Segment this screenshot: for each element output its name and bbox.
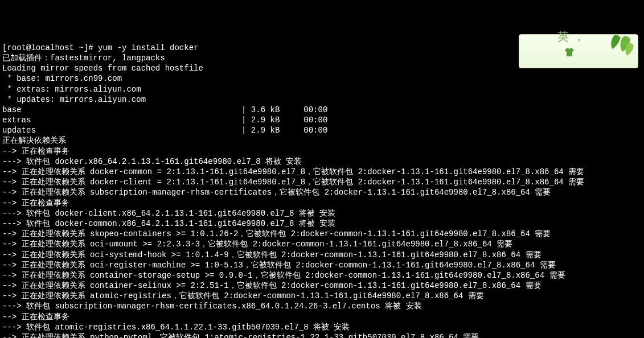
output-line: --> 正在处理依赖关系 oci-systemd-hook >= 1:0.1.4… — [2, 250, 542, 259]
leaf-decoration-icon — [606, 32, 635, 60]
command-text: yum -y install docker — [98, 43, 198, 52]
output-line: 已加载插件：fastestmirror, langpacks — [2, 53, 165, 63]
ime-language-label: 英， — [545, 14, 589, 88]
prompt-line: [root@localhost ~]# yum -y install docke… — [2, 43, 198, 52]
output-line: ---> 软件包 docker-common.x86_64.2.1.13.1-1… — [2, 219, 335, 228]
output-line: --> 正在检查事务 — [2, 199, 69, 208]
output-line: ---> 软件包 atomic-registries.x86_64.1.1.22… — [2, 323, 350, 332]
output-line: ---> 软件包 docker-client.x86_64.2.1.13.1-1… — [2, 209, 335, 218]
ime-comma: ， — [573, 30, 585, 43]
output-line: --> 正在检查事务 — [2, 312, 69, 321]
output-line: extras | 2.9 kB 00:00 — [2, 116, 327, 125]
ime-language-indicator[interactable]: 英， — [519, 34, 638, 68]
output-line: 正在解决依赖关系 — [2, 136, 66, 145]
ime-lang-text: 英 — [557, 30, 569, 43]
output-line: --> 正在处理依赖关系 docker-client = 2:1.13.1-16… — [2, 178, 584, 187]
output-line: --> 正在处理依赖关系 python-pytoml，它被软件包 1:atomi… — [2, 333, 479, 338]
shell-prompt: [root@localhost ~]# — [2, 43, 98, 52]
output-line: updates | 2.9 kB 00:00 — [2, 126, 327, 135]
output-line: * updates: mirrors.aliyun.com — [2, 95, 146, 104]
output-line: * extras: mirrors.aliyun.com — [2, 85, 141, 94]
output-line: --> 正在处理依赖关系 docker-common = 2:1.13.1-16… — [2, 167, 584, 176]
output-line: --> 正在处理依赖关系 subscription-manager-rhsm-c… — [2, 188, 551, 197]
output-line: --> 正在处理依赖关系 container-selinux >= 2:2.51… — [2, 281, 542, 290]
output-line: --> 正在处理依赖关系 oci-umount >= 2:2.3.3-3，它被软… — [2, 240, 512, 249]
shirt-icon — [545, 45, 575, 72]
output-line: ---> 软件包 docker.x86_64.2.1.13.1-161.git6… — [2, 157, 302, 166]
output-line: base | 3.6 kB 00:00 — [2, 105, 327, 114]
output-line: --> 正在处理依赖关系 skopeo-containers >= 1:0.1.… — [2, 229, 551, 238]
output-line: --> 正在检查事务 — [2, 147, 69, 156]
output-line: --> 正在处理依赖关系 atomic-registries，它被软件包 2:d… — [2, 291, 484, 300]
output-line: --> 正在处理依赖关系 oci-register-machine >= 1:0… — [2, 261, 556, 270]
output-line: * base: mirrors.cn99.com — [2, 74, 122, 83]
output-line: Loading mirror speeds from cached hostfi… — [2, 64, 203, 73]
output-line: --> 正在处理依赖关系 container-storage-setup >= … — [2, 271, 565, 280]
output-line: ---> 软件包 subscription-manager-rhsm-certi… — [2, 302, 422, 311]
